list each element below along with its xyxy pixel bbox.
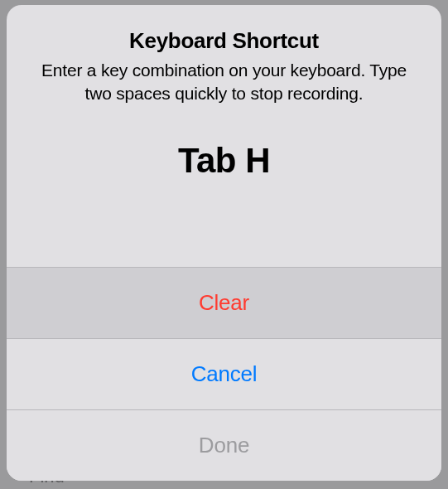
- shortcut-value: Tab H: [7, 141, 441, 181]
- shortcut-display: Tab H: [7, 123, 441, 215]
- clear-button[interactable]: Clear: [7, 267, 441, 338]
- keyboard-shortcut-alert: Keyboard Shortcut Enter a key combinatio…: [7, 5, 441, 481]
- alert-title: Keyboard Shortcut: [31, 28, 417, 54]
- alert-header: Keyboard Shortcut Enter a key combinatio…: [7, 5, 441, 123]
- alert-buttons: Clear Cancel Done: [7, 267, 441, 481]
- cancel-button[interactable]: Cancel: [7, 338, 441, 409]
- alert-message: Enter a key combination on your keyboard…: [31, 59, 417, 106]
- done-button[interactable]: Done: [7, 409, 441, 481]
